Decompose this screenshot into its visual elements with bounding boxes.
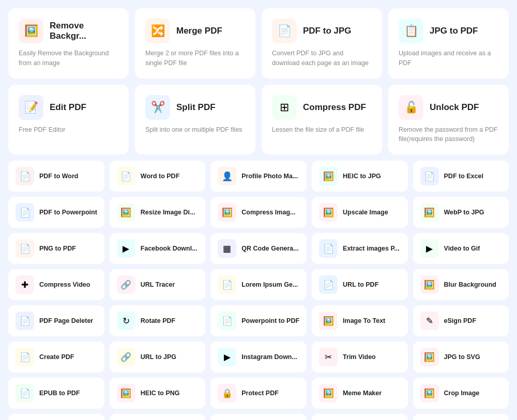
featured-card-merge-pdf[interactable]: 🔀 Merge PDF Merge 2 or more PDF files in… [135, 8, 255, 79]
tool-card-heic-to-jpg[interactable]: 🖼️ HEIC to JPG [312, 161, 407, 192]
icon-facebook-dl: ▶ [117, 239, 135, 258]
tool-name-pdf-to-excel: PDF to Excel [444, 173, 483, 180]
featured-card-split-pdf[interactable]: ✂️ Split PDF Split into one or multiple … [135, 85, 255, 155]
tool-card-image-to-text[interactable]: 🖼️ Image To Text [312, 305, 407, 336]
tool-card-compress-image[interactable]: 🖼️ Compress Imag... [210, 197, 307, 228]
tool-card-url-to-png[interactable]: 🔗 URL to PNG [210, 414, 307, 420]
icon-jpg-to-svg: 🖼️ [420, 348, 439, 366]
tool-name-ppt-to-pdf: Powerpoint to PDF [241, 317, 299, 324]
tool-name-pdf-page-deleter: PDF Page Deleter [39, 317, 93, 324]
icon-instagram-dl: ▶ [218, 348, 236, 366]
tool-card-epub-to-pdf[interactable]: 📄 EPUB to PDF [8, 378, 104, 409]
featured-card-remove-bg[interactable]: 🖼️ Remove Backgr... Easily Remove the Ba… [8, 8, 129, 79]
tool-card-extract-images[interactable]: 📄 Extract images P... [312, 233, 407, 264]
tool-card-resize-image[interactable]: 🖼️ Resize Image Di... [110, 197, 205, 228]
tool-card-jpg-to-png[interactable]: 🖼️ JPG to PNG [8, 414, 104, 420]
card-title-remove-bg: Remove Backgr... [50, 21, 118, 41]
tool-name-webp-to-jpg: WebP to JPG [444, 209, 484, 216]
tool-card-rotate-pdf[interactable]: ↻ Rotate PDF [110, 305, 205, 336]
icon-remove-bg: 🖼️ [19, 19, 43, 43]
tool-card-word-to-pdf[interactable]: 📄 Word to PDF [110, 161, 205, 192]
tool-name-compress-video: Compress Video [39, 281, 90, 288]
tool-card-webp-to-jpg[interactable]: 🖼️ WebP to JPG [413, 197, 509, 228]
tool-card-blur-bg[interactable]: 🖼️ Blur Background [413, 269, 509, 300]
tool-name-upscale-image: Upscale Image [343, 209, 388, 216]
icon-unlock-pdf: 🔓 [399, 95, 423, 120]
tool-card-esign-pdf[interactable]: ✎ eSign PDF [413, 305, 509, 336]
card-desc-pdf-to-jpg: Convert PDF to JPG and download each pag… [272, 49, 372, 68]
card-title-merge-pdf: Merge PDF [176, 26, 222, 36]
tool-card-png-to-pdf[interactable]: 📄 PNG to PDF [8, 233, 104, 264]
icon-compress-pdf: ⊞ [272, 95, 297, 120]
icon-rotate-pdf: ↻ [117, 312, 135, 330]
icon-trim-video: ✂ [319, 348, 338, 366]
tool-card-add-text[interactable]: 🖼️ Add Text to an I... [312, 414, 407, 420]
tool-card-instagram-dl[interactable]: ▶ Instagram Down... [210, 341, 307, 372]
tool-card-protect-pdf[interactable]: 🔒 Protect PDF [210, 378, 307, 409]
card-title-split-pdf: Split PDF [176, 102, 216, 113]
tool-card-compress-video[interactable]: ✚ Compress Video [8, 269, 104, 300]
tool-card-pdf-to-excel[interactable]: 📄 PDF to Excel [413, 161, 509, 192]
tool-name-heic-to-jpg: HEIC to JPG [343, 173, 381, 180]
tool-card-upscale-image[interactable]: 🖼️ Upscale Image [312, 197, 407, 228]
tool-card-lorem-ipsum[interactable]: 📄 Lorem Ipsum Ge... [210, 269, 307, 300]
tool-card-pdf-to-word[interactable]: 📄 PDF to Word [8, 161, 104, 192]
icon-lorem-ipsum: 📄 [218, 275, 236, 294]
icon-pdf-to-ppt: 📄 [16, 203, 34, 222]
tool-card-pdf-to-ppt[interactable]: 📄 PDF to Powerpoint [8, 197, 104, 228]
icon-jpg-to-pdf: 📋 [399, 19, 423, 43]
tool-card-video-to-gif[interactable]: ▶ Video to Gif [413, 233, 509, 264]
card-title-unlock-pdf: Unlock PDF [430, 102, 479, 113]
tool-card-profile-photo[interactable]: 👤 Profile Photo Ma... [210, 161, 307, 192]
tool-card-tiktok-dl[interactable]: ▶ TikTok Video Do... [110, 414, 205, 420]
card-title-jpg-to-pdf: JPG to PDF [430, 26, 478, 36]
card-desc-remove-bg: Easily Remove the Background from an ima… [19, 49, 118, 68]
icon-url-tracer: 🔗 [117, 275, 135, 294]
tool-card-heic-to-png[interactable]: 🖼️ HEIC to PNG [110, 378, 205, 409]
card-desc-jpg-to-pdf: Upload images and receive as a PDF [399, 49, 498, 68]
tool-card-url-to-jpg[interactable]: 🔗 URL to JPG [110, 341, 205, 372]
icon-create-pdf: 📄 [16, 348, 34, 366]
tool-card-jpg-to-svg[interactable]: 🖼️ JPG to SVG [413, 341, 509, 372]
icon-esign-pdf: ✎ [420, 312, 439, 330]
tool-name-create-pdf: Create PDF [39, 353, 74, 361]
featured-card-jpg-to-pdf[interactable]: 📋 JPG to PDF Upload images and receive a… [388, 8, 509, 79]
icon-upscale-image: 🖼️ [319, 203, 338, 222]
icon-heic-to-png: 🖼️ [117, 384, 135, 402]
card-desc-unlock-pdf: Remove the password from a PDF file(requ… [399, 125, 498, 145]
icon-blur-bg: 🖼️ [420, 275, 439, 294]
tool-card-url-tracer[interactable]: 🔗 URL Tracer [110, 269, 205, 300]
tool-card-crop-image[interactable]: 🖼️ Crop Image [413, 378, 509, 409]
tool-name-instagram-dl: Instagram Down... [241, 353, 297, 361]
tool-card-ppt-to-pdf[interactable]: 📄 Powerpoint to PDF [210, 305, 307, 336]
card-desc-merge-pdf: Merge 2 or more PDF files into a single … [145, 49, 245, 68]
featured-card-compress-pdf[interactable]: ⊞ Compress PDF Lessen the file size of a… [262, 85, 382, 155]
tool-card-create-pdf[interactable]: 📄 Create PDF [8, 341, 104, 372]
tool-card-meme-maker[interactable]: 🖼️ Meme Maker [312, 378, 407, 409]
tool-card-resize-video[interactable]: ▶ Resize Video [413, 414, 509, 420]
icon-word-to-pdf: 📄 [117, 167, 135, 185]
tool-name-pdf-to-word: PDF to Word [39, 173, 78, 180]
featured-card-pdf-to-jpg[interactable]: 📄 PDF to JPG Convert PDF to JPG and down… [262, 8, 382, 79]
tool-card-trim-video[interactable]: ✂ Trim Video [312, 341, 407, 372]
card-desc-compress-pdf: Lessen the file size of a PDF file [272, 125, 372, 135]
icon-compress-image: 🖼️ [218, 203, 236, 222]
tool-name-png-to-pdf: PNG to PDF [39, 245, 76, 252]
tool-card-pdf-page-deleter[interactable]: 📄 PDF Page Deleter [8, 305, 104, 336]
icon-qr-code: ▦ [218, 239, 236, 258]
tool-card-facebook-dl[interactable]: ▶ Facebook Downl... [110, 233, 205, 264]
tool-name-rotate-pdf: Rotate PDF [141, 317, 175, 324]
icon-ppt-to-pdf: 📄 [218, 312, 236, 330]
featured-card-unlock-pdf[interactable]: 🔓 Unlock PDF Remove the password from a … [388, 85, 509, 155]
icon-video-to-gif: ▶ [420, 239, 439, 258]
tool-name-url-to-pdf: URL to PDF [343, 281, 378, 288]
tool-card-url-to-pdf[interactable]: 📄 URL to PDF [312, 269, 407, 300]
icon-extract-images: 📄 [319, 239, 338, 258]
tool-name-meme-maker: Meme Maker [343, 390, 382, 397]
tool-name-word-to-pdf: Word to PDF [141, 173, 179, 180]
icon-pdf-to-excel: 📄 [420, 167, 439, 185]
featured-card-edit-pdf[interactable]: 📝 Edit PDF Free PDF Editor [8, 85, 129, 155]
tool-card-qr-code[interactable]: ▦ QR Code Genera... [210, 233, 307, 264]
tool-name-profile-photo: Profile Photo Ma... [241, 173, 298, 180]
tool-name-extract-images: Extract images P... [343, 245, 400, 252]
